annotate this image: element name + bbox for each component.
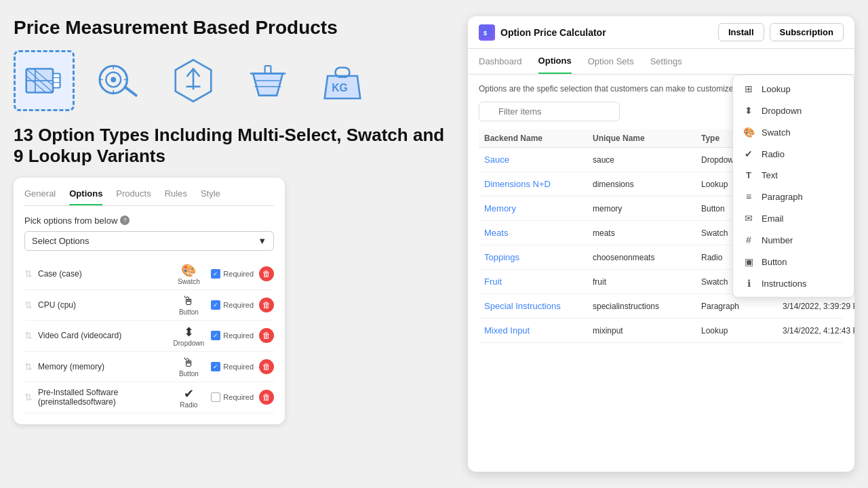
delete-button[interactable]: 🗑: [259, 390, 274, 405]
required-checkbox[interactable]: ✓ Required: [211, 331, 254, 340]
checkbox-checked: ✓: [211, 269, 220, 279]
nav-tab-options[interactable]: Options: [538, 49, 572, 74]
icon-measurement-selected: [14, 50, 75, 111]
app-panel: $ Option Price Calculator Install Subscr…: [468, 16, 854, 472]
filter-input[interactable]: [479, 102, 620, 121]
option-row-cpu: ⇅ CPU (cpu) 🖱 Button ✓ Required 🗑: [24, 290, 274, 321]
col-header-backend: Backend Name: [484, 134, 593, 143]
radio-icon: ✔: [743, 148, 755, 159]
dropdown-item-text[interactable]: T Text: [733, 165, 854, 186]
row-backend-name[interactable]: Special Instructions: [484, 301, 593, 311]
app-content: Options are the spefic selection that cu…: [468, 75, 854, 472]
row-backend-name[interactable]: Sauce: [484, 155, 593, 165]
svg-point-12: [111, 77, 116, 82]
install-button[interactable]: Install: [718, 23, 764, 41]
dropdown-item-paragraph[interactable]: ≡ Paragraph: [733, 186, 854, 207]
main-title: Price Measurement Based Products: [14, 16, 454, 39]
row-type: Lookup: [701, 326, 783, 336]
option-type-swatch: 🎨 Swatch: [172, 263, 205, 285]
delete-button[interactable]: 🗑: [259, 328, 274, 343]
dropdown-item-dropdown[interactable]: ⬍ Dropdown: [733, 100, 854, 121]
instructions-icon: ℹ: [743, 278, 755, 289]
required-checkbox[interactable]: ✓ Required: [211, 300, 254, 310]
subtitle: 13 Option Types Including Multi-Select, …: [14, 125, 454, 167]
drag-handle[interactable]: ⇅: [24, 268, 33, 279]
mini-tab-options[interactable]: Options: [69, 188, 102, 205]
drag-handle[interactable]: ⇅: [24, 300, 33, 310]
dropdown-item-radio[interactable]: ✔ Radio: [733, 143, 854, 165]
mini-app-card: General Options Products Rules Style Pic…: [14, 178, 285, 424]
mini-tab-products[interactable]: Products: [116, 188, 151, 205]
swatch-icon: 🎨: [743, 127, 755, 138]
checkbox-checked: ✓: [211, 362, 220, 371]
mini-tab-general[interactable]: General: [24, 188, 56, 205]
help-icon: ?: [120, 216, 130, 225]
row-unique-name: dimensions: [593, 180, 701, 189]
row-type: Paragraph: [701, 302, 783, 311]
select-options-dropdown[interactable]: Select Options ▼: [24, 231, 274, 251]
icons-row: KG: [14, 50, 454, 111]
swatch-icon: 🎨: [181, 263, 196, 278]
drag-handle[interactable]: ⇅: [24, 392, 33, 403]
icon-container: [237, 50, 298, 111]
app-header: $ Option Price Calculator Install Subscr…: [468, 16, 854, 49]
row-backend-name[interactable]: Mixed Input: [484, 325, 593, 336]
row-backend-name[interactable]: Toppings: [484, 252, 593, 262]
dropdown-item-instructions[interactable]: ℹ Instructions: [733, 272, 854, 294]
radio-icon: ✔: [184, 386, 194, 401]
row-backend-name[interactable]: Fruit: [484, 277, 593, 287]
add-new-dropdown: ⊞ Lookup ⬍ Dropdown 🎨 Swatch ✔ Radio T: [732, 75, 854, 298]
nav-tab-dashboard[interactable]: Dashboard: [479, 49, 522, 73]
row-unique-name: memory: [593, 204, 701, 214]
option-name: Memory (memory): [38, 362, 166, 371]
row-unique-name: meats: [593, 228, 701, 238]
dropdown-item-number[interactable]: # Number: [733, 229, 854, 251]
button-icon: ▣: [743, 256, 755, 267]
col-header-unique: Unique Name: [593, 134, 701, 143]
mini-tab-rules[interactable]: Rules: [165, 188, 187, 205]
dropdown-item-lookup[interactable]: ⊞ Lookup: [733, 78, 854, 100]
required-checkbox[interactable]: ✓ Required: [211, 269, 254, 279]
svg-line-11: [125, 87, 136, 95]
filter-wrapper: 🔍: [479, 102, 774, 121]
mini-tab-style[interactable]: Style: [201, 188, 220, 205]
checkbox-unchecked: [211, 392, 220, 402]
option-name: CPU (cpu): [38, 300, 166, 310]
row-unique-name: fruit: [593, 277, 701, 287]
row-backend-name[interactable]: Meats: [484, 228, 593, 238]
mini-tabs: General Options Products Rules Style: [24, 188, 274, 206]
required-checkbox[interactable]: Required: [211, 392, 254, 402]
dropdown-item-swatch[interactable]: 🎨 Swatch: [733, 121, 854, 143]
checkbox-checked: ✓: [211, 331, 220, 340]
drag-handle[interactable]: ⇅: [24, 330, 33, 341]
text-icon: T: [743, 170, 755, 180]
option-type-radio: ✔ Radio: [172, 386, 205, 409]
dropdown-icon: ⬍: [743, 105, 755, 116]
row-updated: 3/14/2022, 4:12:43 PM: [783, 326, 854, 336]
option-row-software: ⇅ Pre-Installed Software (preinstalledso…: [24, 382, 274, 413]
option-row-memory: ⇅ Memory (memory) 🖱 Button ✓ Required 🗑: [24, 352, 274, 382]
drag-handle[interactable]: ⇅: [24, 361, 33, 372]
option-name: Case (case): [38, 269, 166, 279]
delete-button[interactable]: 🗑: [259, 359, 274, 374]
option-name: Pre-Installed Software (preinstalledsoft…: [38, 388, 166, 407]
pick-label: Pick options from below ?: [24, 216, 274, 226]
dropdown-item-email[interactable]: ✉ Email: [733, 207, 854, 229]
delete-button[interactable]: 🗑: [259, 266, 274, 281]
left-panel: Price Measurement Based Products: [14, 16, 454, 472]
row-updated: 3/14/2022, 3:39:29 PM: [783, 302, 854, 311]
required-checkbox[interactable]: ✓ Required: [211, 362, 254, 371]
option-name: Video Card (videocard): [38, 331, 166, 340]
dropdown-item-button[interactable]: ▣ Button: [733, 251, 854, 272]
row-unique-name: specialinstructions: [593, 302, 701, 311]
nav-tab-settings[interactable]: Settings: [650, 49, 682, 73]
subscription-button[interactable]: Subscription: [770, 23, 844, 41]
svg-text:$: $: [484, 30, 487, 37]
nav-tab-option-sets[interactable]: Option Sets: [588, 49, 634, 73]
row-unique-name: mixinput: [593, 326, 701, 336]
option-type-button: 🖱 Button: [172, 294, 205, 316]
row-backend-name[interactable]: Memory: [484, 203, 593, 214]
row-backend-name[interactable]: Dimensions N+D: [484, 179, 593, 189]
icon-tape-measure: [88, 50, 149, 111]
delete-button[interactable]: 🗑: [259, 298, 274, 312]
